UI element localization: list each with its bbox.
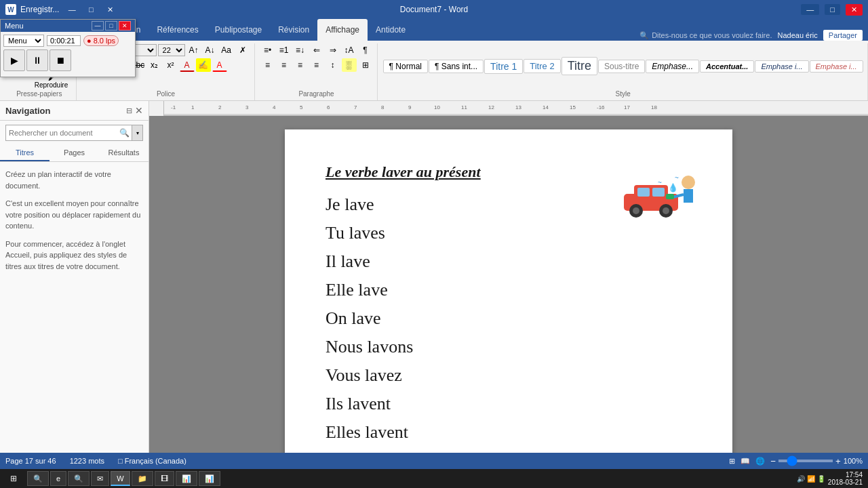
- taskbar-search[interactable]: 🔍: [27, 471, 49, 486]
- play-button[interactable]: ▶: [3, 49, 25, 71]
- nav-tab-resultats[interactable]: Résultats: [99, 145, 149, 161]
- style-emphase[interactable]: Emphase...: [646, 60, 699, 73]
- bullets-button[interactable]: ≡•: [260, 43, 275, 57]
- police-label: Police: [82, 89, 250, 98]
- superscript-button[interactable]: x²: [163, 58, 178, 72]
- multilevel-button[interactable]: ≡↓: [293, 43, 308, 57]
- subscript-button[interactable]: x₂: [147, 58, 162, 72]
- share-button[interactable]: Partager: [823, 30, 863, 41]
- nav-content-p2: C'est un excellent moyen pour connaître …: [5, 198, 143, 232]
- numbering-button[interactable]: ≡1: [277, 43, 292, 57]
- align-center-button[interactable]: ≡: [277, 58, 292, 72]
- svg-text:6: 6: [327, 104, 330, 110]
- view-web-button[interactable]: 🌐: [755, 457, 765, 466]
- style-accentuat[interactable]: Accentuat...: [700, 60, 754, 73]
- ruler: -1 1 2 3 4 5 6 7 8 9 10 11 12 13 14 15 -: [149, 101, 868, 116]
- taskbar-app8[interactable]: 📊: [199, 471, 220, 486]
- nav-tab-pages[interactable]: Pages: [50, 145, 99, 161]
- nav-panel-options-button[interactable]: ⊟: [126, 106, 132, 115]
- verb-nous: Nous lavons: [326, 337, 692, 357]
- increase-font-button[interactable]: A↑: [186, 43, 201, 57]
- sort-button[interactable]: ↕A: [342, 43, 357, 57]
- style-titre[interactable]: Titre: [561, 57, 597, 75]
- line-spacing-button[interactable]: ↕: [326, 58, 340, 72]
- verb-elles: Elles lavent: [326, 422, 692, 443]
- menu-select[interactable]: Menu: [3, 35, 44, 47]
- floating-close-button[interactable]: ✕: [119, 21, 131, 30]
- taskbar-outlook[interactable]: ✉: [91, 471, 109, 486]
- time-display[interactable]: [47, 35, 81, 46]
- style-emphase-intense2[interactable]: Emphase i...: [810, 60, 863, 73]
- tab-revision[interactable]: Révision: [270, 19, 317, 41]
- clear-format-button[interactable]: ✗: [235, 43, 250, 57]
- search-hint: 🔍 Dites-nous ce que vous voulez faire.: [639, 31, 772, 40]
- nav-tab-titres[interactable]: Titres: [0, 145, 50, 161]
- tab-antidote[interactable]: Antidote: [368, 19, 414, 41]
- taskbar-powerpoint[interactable]: 📊: [176, 471, 197, 486]
- justify-button[interactable]: ≡: [309, 58, 324, 72]
- view-layout-button[interactable]: ⊞: [729, 457, 735, 466]
- svg-text:1: 1: [191, 104, 195, 110]
- nav-panel-close-button[interactable]: ✕: [135, 105, 143, 116]
- style-sans-int[interactable]: ¶ Sans int...: [429, 60, 484, 73]
- tab-publipostage[interactable]: Publipostage: [207, 19, 270, 41]
- style-label: Style: [383, 89, 863, 98]
- taskbar-edge[interactable]: e: [50, 471, 66, 486]
- minimize-window-button[interactable]: —: [63, 3, 81, 16]
- nav-search-button[interactable]: 🔍: [117, 125, 132, 140]
- tab-references[interactable]: Références: [149, 19, 206, 41]
- window-title: Enregistr...: [20, 5, 59, 14]
- restore-app-button[interactable]: □: [825, 4, 840, 15]
- close-app-button[interactable]: ✕: [846, 4, 863, 16]
- floating-restore-button[interactable]: □: [105, 21, 117, 30]
- svg-text:-16: -16: [597, 104, 605, 110]
- pause-button[interactable]: ⏸: [26, 49, 48, 71]
- svg-rect-29: [684, 189, 693, 203]
- start-button[interactable]: ⊞: [3, 470, 24, 487]
- taskbar-word[interactable]: W: [111, 471, 130, 486]
- align-left-button[interactable]: ≡: [260, 58, 275, 72]
- taskbar-files[interactable]: 📁: [132, 471, 153, 486]
- style-titre1[interactable]: Titre 1: [484, 59, 523, 74]
- minimize-app-button[interactable]: —: [801, 4, 819, 15]
- nav-search-input[interactable]: [6, 127, 117, 139]
- decrease-indent-button[interactable]: ⇐: [309, 43, 324, 57]
- style-sous-titre[interactable]: Sous-titre: [598, 60, 645, 73]
- floating-minimize-button[interactable]: —: [92, 21, 104, 30]
- paragraphe-items: ≡• ≡1 ≡↓ ⇐ ⇒ ↕A ¶ ≡ ≡ ≡ ≡ ↕ ░ ⊞: [260, 43, 373, 89]
- highlight-button[interactable]: ✍: [196, 58, 211, 72]
- verb-on: On lave: [326, 308, 692, 329]
- taskbar: ⊞ 🔍 e 🔍 ✉ W 📁 🎞 📊 📊 🔊 📶 🔋 17:54 2018-03-…: [0, 469, 868, 488]
- font-color-button[interactable]: A: [212, 58, 227, 72]
- borders-button[interactable]: ⊞: [358, 58, 373, 72]
- restore-window-button[interactable]: □: [82, 3, 100, 16]
- shading-button[interactable]: ░: [342, 58, 357, 72]
- zoom-out-button[interactable]: −: [770, 456, 776, 466]
- svg-text:18: 18: [651, 104, 657, 110]
- change-case-button[interactable]: Aa: [219, 43, 234, 57]
- view-reading-button[interactable]: 📖: [741, 457, 750, 466]
- stop-button[interactable]: ⏹: [50, 49, 71, 71]
- taskbar-explorer[interactable]: 🔍: [68, 471, 90, 486]
- style-emphase-intense[interactable]: Emphase i...: [755, 60, 808, 73]
- svg-text:12: 12: [488, 104, 494, 110]
- taskbar-clock: 17:54 2018-03-21: [828, 471, 863, 486]
- zoom-in-button[interactable]: +: [835, 456, 841, 466]
- style-titre2[interactable]: Titre 2: [524, 59, 560, 73]
- show-marks-button[interactable]: ¶: [358, 43, 373, 57]
- zoom-slider[interactable]: [778, 460, 833, 462]
- tab-affichage[interactable]: Affichage: [317, 19, 368, 41]
- close-window-button[interactable]: ✕: [101, 3, 119, 16]
- svg-text:11: 11: [461, 104, 467, 110]
- increase-indent-button[interactable]: ⇒: [326, 43, 340, 57]
- font-size-select[interactable]: 22: [158, 44, 185, 56]
- decrease-font-button[interactable]: A↓: [203, 43, 218, 57]
- align-right-button[interactable]: ≡: [293, 58, 308, 72]
- doc-scroll[interactable]: 💧 ~ ~ Le verbe laver au présent Je lave …: [149, 116, 868, 453]
- word-count: 1223 mots: [70, 457, 104, 465]
- taskbar-photos[interactable]: 🎞: [155, 471, 174, 486]
- style-normal[interactable]: ¶ Normal: [383, 60, 428, 73]
- presse-papiers-label: Presse-papiers: [7, 89, 72, 98]
- text-color-button[interactable]: A: [180, 58, 195, 72]
- nav-search-dropdown-button[interactable]: ▾: [132, 125, 142, 140]
